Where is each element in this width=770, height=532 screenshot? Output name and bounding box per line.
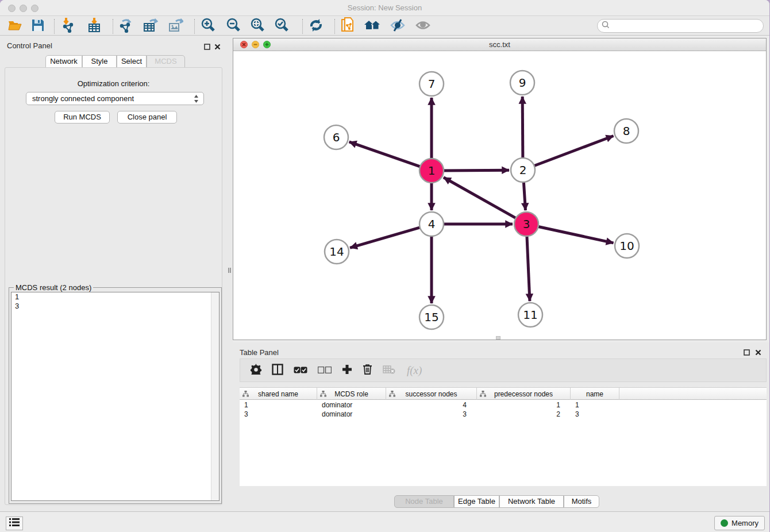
plus-icon [342, 364, 352, 377]
table-cell[interactable]: 3 [571, 410, 619, 419]
toolbar-separator [54, 19, 55, 34]
table-tab-motifs[interactable]: Motifs [564, 495, 599, 508]
float-table-panel-icon[interactable] [744, 348, 750, 354]
search-icon [602, 21, 610, 31]
table-tab-node-table[interactable]: Node Table [394, 495, 454, 508]
zoom-out-button[interactable] [223, 18, 244, 35]
table-panel: Table Panel f(x) shared nameMCDS rolesuc… [233, 342, 769, 511]
column-header-MCDS-role[interactable]: MCDS role [317, 388, 386, 400]
search-input[interactable] [610, 21, 763, 31]
refresh-layout-button[interactable] [306, 18, 326, 35]
criterion-dropdown-value: strongly connected component [32, 94, 134, 103]
select-all-columns-button[interactable] [294, 365, 307, 376]
close-panel-button[interactable]: Close panel [117, 111, 177, 124]
clone-network-icon [341, 17, 356, 36]
function-builder-button[interactable]: f(x) [407, 364, 422, 377]
close-panel-icon[interactable] [214, 42, 221, 49]
toolbar-separator [113, 19, 113, 34]
table-cell[interactable]: 1 [240, 400, 317, 410]
import-table-button[interactable] [84, 18, 105, 35]
chevron-updown-icon [194, 94, 199, 103]
column-header-shared-name[interactable]: shared name [240, 388, 317, 400]
main-toolbar [0, 17, 769, 36]
toolbar-separator [194, 19, 195, 34]
table-cell[interactable]: 3 [386, 410, 477, 419]
eye-button[interactable] [413, 18, 433, 35]
column-header-label: successor nodes [405, 390, 457, 398]
add-column-button[interactable] [342, 364, 352, 377]
graph-edge-2-8[interactable] [533, 136, 614, 166]
table-tab-edge-table[interactable]: Edge Table [454, 495, 499, 508]
export-table-button[interactable] [140, 18, 161, 35]
graph-edge-2-3[interactable] [523, 181, 525, 210]
column-panel-button[interactable] [272, 364, 283, 377]
control-panel: Control Panel NetworkStyleSelectMCDS Opt… [0, 36, 227, 511]
graph-node-label-1: 1 [428, 164, 436, 178]
panel-switcher-button[interactable] [6, 516, 23, 530]
control-tab-network[interactable]: Network [45, 55, 82, 68]
column-header-label: shared name [258, 390, 298, 398]
sitemap-icon [389, 391, 395, 399]
table-row[interactable]: 1dominator411 [240, 400, 767, 410]
control-panel-tabs: NetworkStyleSelectMCDS [0, 55, 227, 68]
search-box [597, 19, 764, 33]
export-image-button[interactable] [165, 18, 186, 35]
close-table-panel-icon[interactable] [755, 348, 762, 354]
run-mcds-button[interactable]: Run MCDS [55, 111, 110, 124]
graph-edge-3-1[interactable] [444, 178, 517, 219]
table-cell[interactable]: 3 [240, 410, 317, 419]
save-session-icon [32, 19, 44, 34]
network-graph: 7968124314101511 [233, 51, 766, 340]
save-session-button[interactable] [28, 18, 48, 35]
graph-node-label-9: 9 [519, 76, 526, 90]
graph-node-label-15: 15 [424, 310, 438, 324]
control-tab-select[interactable]: Select [117, 55, 147, 68]
horizontal-splitter-grip[interactable] [496, 336, 500, 340]
splitter-grip-icon [228, 268, 231, 273]
graph-edge-2-9[interactable] [522, 97, 523, 159]
delete-table-button[interactable] [383, 365, 395, 376]
table-cell[interactable]: 1 [571, 400, 619, 410]
unchecked-boxes-icon [318, 365, 332, 376]
table-cell[interactable]: dominator [317, 400, 386, 410]
float-panel-icon[interactable] [204, 42, 211, 49]
graph-edge-1-6[interactable] [349, 142, 421, 167]
memory-button[interactable]: Memory [714, 516, 765, 530]
zoom-fit-button[interactable] [247, 18, 268, 35]
deselect-all-columns-button[interactable] [318, 365, 332, 376]
vertical-splitter[interactable] [227, 36, 233, 511]
hide-eye-button[interactable] [387, 18, 408, 35]
criterion-dropdown[interactable]: strongly connected component [26, 92, 204, 105]
open-session-button[interactable] [5, 18, 25, 35]
mcds-result-list: 13 [11, 292, 220, 501]
graph-node-label-6: 6 [333, 130, 340, 144]
clone-network-button[interactable] [338, 18, 359, 35]
graph-edge-3-11[interactable] [527, 235, 530, 301]
zoom-in-button[interactable] [198, 18, 218, 35]
table-cell[interactable]: 1 [477, 400, 571, 410]
column-header-name[interactable]: name [571, 388, 619, 400]
graph-edge-1-2[interactable] [442, 170, 509, 171]
table-cell[interactable]: 4 [386, 400, 477, 410]
table-settings-button[interactable] [251, 364, 261, 377]
table-cell[interactable]: dominator [317, 410, 386, 419]
network-canvas[interactable]: 7968124314101511 [233, 51, 766, 340]
control-tab-mcds[interactable]: MCDS [147, 55, 185, 68]
houses-button[interactable] [362, 18, 383, 35]
export-network-button[interactable] [116, 18, 137, 35]
table-cell[interactable]: 2 [477, 410, 571, 419]
graph-edge-4-14[interactable] [350, 227, 421, 248]
import-network-button[interactable] [59, 18, 79, 35]
table-row[interactable]: 3dominator323 [240, 410, 767, 419]
graph-node-label-14: 14 [329, 245, 344, 259]
control-tab-style[interactable]: Style [82, 55, 117, 68]
zoom-selected-button[interactable] [271, 18, 292, 35]
graph-node-label-7: 7 [428, 77, 436, 91]
column-header-predecessor-nodes[interactable]: predecessor nodes [477, 388, 571, 400]
scrollbar[interactable] [211, 292, 219, 500]
graph-edge-3-10[interactable] [537, 226, 614, 243]
table-tab-network-table[interactable]: Network Table [499, 495, 564, 508]
delete-column-button[interactable] [363, 364, 372, 377]
list-icon [9, 518, 20, 529]
column-header-successor-nodes[interactable]: successor nodes [386, 388, 477, 400]
